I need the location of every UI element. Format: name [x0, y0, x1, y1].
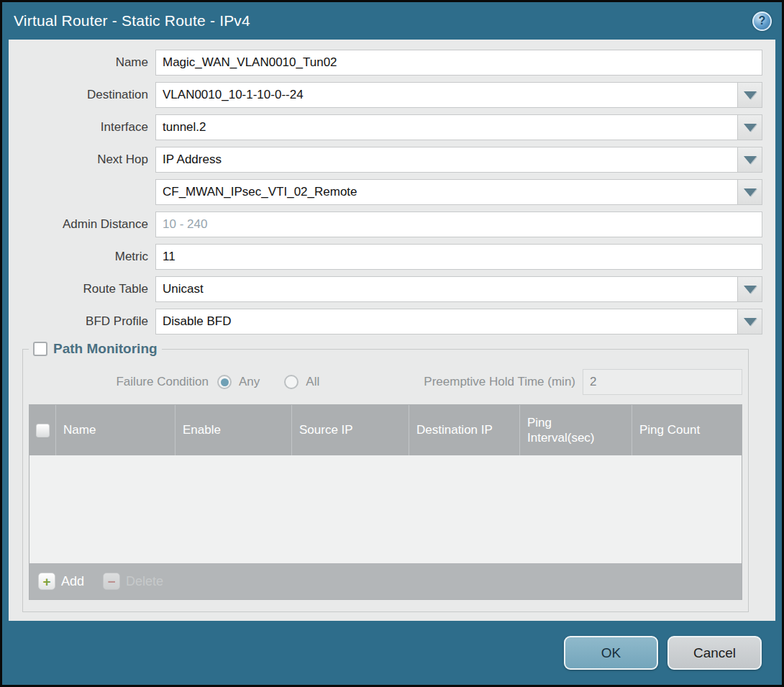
- cancel-button[interactable]: Cancel: [667, 636, 762, 670]
- radio-option-all[interactable]: All: [284, 375, 319, 389]
- metric-label: Metric: [9, 250, 155, 264]
- dialog-title: Virtual Router - Static Route - IPv4: [14, 12, 250, 29]
- admin-distance-label: Admin Distance: [9, 217, 155, 232]
- radio-any-label: Any: [239, 375, 260, 389]
- path-monitoring-title: Path Monitoring: [53, 341, 158, 357]
- column-header-source-ip: Source IP: [291, 405, 409, 455]
- preemptive-hold-time-label: Preemptive Hold Time (min): [424, 375, 583, 389]
- table-footer: + Add − Delete: [29, 563, 742, 599]
- radio-button-icon: [284, 375, 298, 389]
- table-header-select-all: [29, 405, 55, 455]
- column-header-enable: Enable: [175, 405, 291, 455]
- form-row-admin-distance: Admin Distance: [9, 211, 762, 237]
- chevron-down-icon: [744, 156, 757, 164]
- dialog-footer: OK Cancel: [2, 621, 782, 685]
- form-row-next-hop-address: [9, 179, 762, 205]
- admin-distance-input[interactable]: [155, 211, 762, 237]
- form-row-name: Name: [9, 50, 762, 76]
- delete-button-label: Delete: [126, 574, 163, 589]
- path-monitoring-table: Name Enable Source IP Destination IP Pin…: [29, 404, 742, 600]
- route-table-input[interactable]: [155, 276, 738, 302]
- failure-condition-options: Any All: [217, 375, 319, 389]
- destination-label: Destination: [9, 88, 155, 102]
- chevron-down-icon: [744, 318, 757, 326]
- name-label: Name: [9, 55, 155, 70]
- minus-icon: −: [103, 573, 120, 590]
- destination-dropdown-button[interactable]: [738, 82, 762, 108]
- next-hop-address-dropdown-button[interactable]: [738, 179, 762, 205]
- chevron-down-icon: [744, 124, 757, 132]
- dialog-content: Name Destination Interface: [9, 40, 775, 621]
- static-route-dialog: Virtual Router - Static Route - IPv4 ? N…: [0, 0, 784, 687]
- add-button[interactable]: + Add: [38, 573, 84, 590]
- destination-input[interactable]: [155, 82, 738, 108]
- next-hop-type-dropdown-button[interactable]: [738, 147, 762, 173]
- interface-input[interactable]: [155, 114, 738, 140]
- chevron-down-icon: [744, 91, 757, 99]
- form-row-next-hop: Next Hop: [9, 147, 762, 173]
- column-header-ping-interval: Ping Interval(sec): [519, 405, 632, 455]
- form-row-destination: Destination: [9, 82, 762, 108]
- metric-input[interactable]: [155, 244, 762, 270]
- interface-label: Interface: [9, 120, 155, 135]
- form-row-interface: Interface: [9, 114, 762, 140]
- column-header-ping-count: Ping Count: [632, 405, 742, 455]
- preemptive-hold-time-group: Preemptive Hold Time (min): [424, 369, 742, 395]
- bfd-profile-dropdown-button[interactable]: [738, 309, 762, 335]
- path-monitoring-checkbox[interactable]: [33, 342, 47, 356]
- chevron-down-icon: [744, 286, 757, 294]
- delete-button[interactable]: − Delete: [103, 573, 163, 590]
- form-row-bfd-profile: BFD Profile: [9, 309, 762, 335]
- radio-button-icon: [217, 375, 232, 389]
- failure-condition-row: Failure Condition Any All Preemptive Hol…: [29, 368, 742, 396]
- add-button-label: Add: [61, 574, 84, 589]
- chevron-down-icon: [744, 188, 757, 196]
- interface-dropdown-button[interactable]: [738, 114, 762, 140]
- column-header-name: Name: [55, 405, 175, 455]
- plus-icon: +: [38, 573, 55, 590]
- ok-button[interactable]: OK: [564, 636, 658, 670]
- bfd-profile-input[interactable]: [155, 309, 738, 335]
- bfd-profile-label: BFD Profile: [9, 314, 155, 329]
- radio-option-any[interactable]: Any: [217, 375, 260, 389]
- name-input[interactable]: [155, 50, 762, 76]
- title-bar: Virtual Router - Static Route - IPv4 ?: [2, 2, 782, 40]
- path-monitoring-section: Path Monitoring Failure Condition Any Al…: [22, 341, 749, 612]
- table-body-empty: [29, 455, 742, 563]
- form-row-metric: Metric: [9, 244, 762, 270]
- next-hop-type-input[interactable]: [155, 147, 738, 173]
- form-row-route-table: Route Table: [9, 276, 762, 302]
- route-table-dropdown-button[interactable]: [738, 276, 762, 302]
- next-hop-label: Next Hop: [9, 153, 155, 167]
- next-hop-address-input[interactable]: [155, 179, 738, 205]
- column-header-destination-ip: Destination IP: [409, 405, 519, 455]
- preemptive-hold-time-input[interactable]: [583, 369, 742, 395]
- route-table-label: Route Table: [9, 282, 155, 296]
- radio-all-label: All: [306, 375, 319, 389]
- select-all-checkbox[interactable]: [36, 424, 50, 437]
- failure-condition-label: Failure Condition: [29, 375, 217, 389]
- table-header-row: Name Enable Source IP Destination IP Pin…: [29, 405, 742, 455]
- help-icon[interactable]: ?: [752, 12, 772, 31]
- help-icon-glyph: ?: [759, 14, 766, 27]
- path-monitoring-legend: Path Monitoring: [29, 341, 162, 357]
